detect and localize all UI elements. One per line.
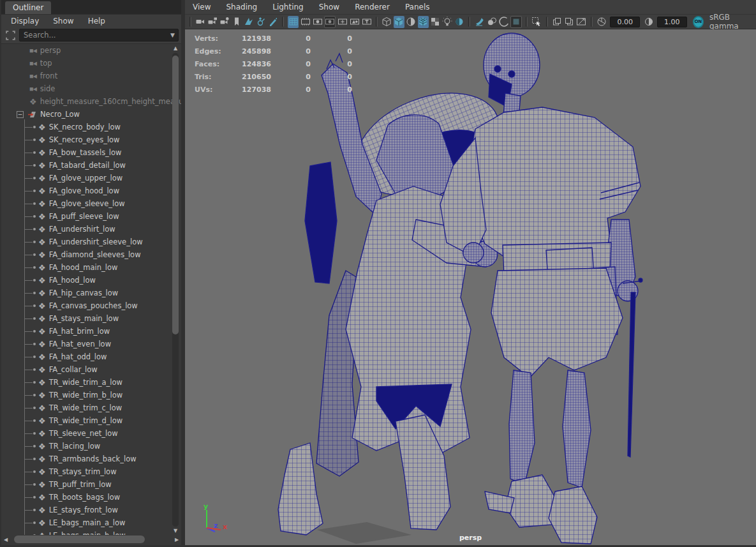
outliner-item-height_measure_160cm_height_measure[interactable]: ❖height_measure_160cm_height_measure	[1, 95, 181, 108]
outliner-item-FA_puff_sleeve_low[interactable]: ❖FA_puff_sleeve_low	[1, 210, 181, 223]
selection-highlight-icon[interactable]	[531, 16, 542, 28]
outliner-vertical-scrollbar[interactable]: ▲ ▼	[171, 44, 180, 535]
hscroll-track[interactable]	[13, 536, 170, 543]
scroll-left-icon[interactable]: ◀	[1, 537, 10, 543]
outliner-menu-help[interactable]: Help	[88, 17, 105, 26]
outliner-item-FA_stays_main_low[interactable]: ❖FA_stays_main_low	[1, 312, 181, 325]
textured-display-icon[interactable]	[418, 16, 429, 28]
outliner-item-Necro_Low[interactable]: −Necro_Low	[1, 108, 181, 121]
outliner-item-TR_wide_trim_d_low[interactable]: ❖TR_wide_trim_d_low	[1, 414, 181, 427]
viewport-menu-lighting[interactable]: Lighting	[272, 3, 304, 11]
viewport-menu-panels[interactable]: Panels	[405, 3, 430, 11]
viewport-canvas[interactable]: Verts:12193800Edges:24589800Faces:124836…	[185, 29, 756, 547]
viewport-menu-show[interactable]: Show	[319, 3, 339, 11]
outliner-item-TR_wide_trim_c_low[interactable]: ❖TR_wide_trim_c_low	[1, 401, 181, 414]
viewport-menu-view[interactable]: View	[193, 3, 211, 11]
pane-layout-a-icon[interactable]	[552, 16, 563, 28]
film-gate-icon[interactable]	[300, 16, 311, 28]
pane-layout-b-icon[interactable]	[564, 16, 575, 28]
contrast-icon[interactable]	[643, 16, 654, 28]
exposure-icon[interactable]	[597, 16, 607, 28]
outliner-item-FA_collar_low[interactable]: ❖FA_collar_low	[1, 363, 181, 376]
image-plane-icon[interactable]	[244, 16, 255, 28]
outliner-item-FA_hood_low[interactable]: ❖FA_hood_low	[1, 274, 181, 287]
hscroll-thumb[interactable]	[14, 536, 145, 543]
outliner-item-SK_necro_eyes_low[interactable]: ❖SK_necro_eyes_low	[1, 133, 181, 146]
search-input[interactable]	[20, 31, 170, 40]
outliner-item-TR_wide_trim_a_low[interactable]: ❖TR_wide_trim_a_low	[1, 376, 181, 389]
outliner-item-LE_stays_front_low[interactable]: ❖LE_stays_front_low	[1, 504, 181, 516]
outliner-menu-display[interactable]: Display	[11, 17, 39, 26]
outliner-item-SK_necro_body_low[interactable]: ❖SK_necro_body_low	[1, 121, 181, 133]
safe-action-icon[interactable]	[349, 16, 360, 28]
scroll-up-icon[interactable]: ▲	[171, 44, 180, 53]
outliner-item-TR_boots_bags_low[interactable]: ❖TR_boots_bags_low	[1, 491, 181, 504]
outliner-item-FA_tabard_detail_low[interactable]: ❖FA_tabard_detail_low	[1, 159, 181, 172]
motion-blur-icon[interactable]	[486, 16, 497, 28]
outliner-item-front[interactable]: ◼◀front	[1, 70, 181, 82]
outliner-item-TR_armbands_back_low[interactable]: ❖TR_armbands_back_low	[1, 453, 181, 465]
scene-3d[interactable]	[185, 29, 756, 547]
safe-title-icon[interactable]	[361, 16, 372, 28]
toolbar-separator	[189, 17, 191, 27]
isolate-select-icon[interactable]	[510, 16, 522, 28]
outliner-item-persp[interactable]: ◼◀persp	[1, 44, 181, 57]
gamma-on-toggle[interactable]: ON	[693, 16, 704, 28]
search-dropdown-icon[interactable]: ▼	[170, 32, 178, 38]
outliner-tab[interactable]: Outliner	[5, 1, 51, 14]
vscroll-thumb[interactable]	[172, 56, 179, 334]
gate-mask-icon[interactable]	[324, 16, 336, 28]
outliner-menu-show[interactable]: Show	[53, 17, 73, 26]
outliner-item-FA_hip_canvas_low[interactable]: ❖FA_hip_canvas_low	[1, 287, 181, 299]
collapse-icon[interactable]: −	[17, 111, 24, 118]
viewport-menu-renderer[interactable]: Renderer	[355, 3, 390, 11]
field-chart-icon[interactable]	[337, 16, 348, 28]
outliner-item-TR_stays_trim_low[interactable]: ❖TR_stays_trim_low	[1, 465, 181, 478]
outliner-horizontal-scrollbar[interactable]: ◀ ▶	[1, 535, 181, 544]
shadows-icon[interactable]	[454, 16, 464, 28]
resolution-gate-icon[interactable]	[312, 16, 323, 28]
scroll-down-icon[interactable]: ▼	[171, 527, 180, 535]
select-camera-icon[interactable]	[195, 16, 206, 28]
outliner-item-FA_bow_tassels_low[interactable]: ❖FA_bow_tassels_low	[1, 146, 181, 159]
filter-brackets-icon[interactable]	[5, 30, 16, 41]
outliner-item-FA_hat_odd_low[interactable]: ❖FA_hat_odd_low	[1, 350, 181, 363]
outliner-item-TR_lacing_low[interactable]: ❖TR_lacing_low	[1, 440, 181, 453]
outliner-item-side[interactable]: ◼◀side	[1, 82, 181, 95]
outliner-item-TR_puff_trim_low[interactable]: ❖TR_puff_trim_low	[1, 478, 181, 491]
necromancer-model[interactable]	[278, 54, 514, 535]
fog-icon[interactable]	[498, 16, 509, 28]
outliner-item-TR_sleeve_net_low[interactable]: ❖TR_sleeve_net_low	[1, 427, 181, 440]
smooth-shade-icon[interactable]	[394, 16, 404, 28]
outliner-item-TR_wide_trim_b_low[interactable]: ❖TR_wide_trim_b_low	[1, 389, 181, 401]
ambient-occlusion-icon[interactable]	[474, 16, 485, 28]
outliner-item-LE_bags_main_b_low[interactable]: ❖LE_bags_main_b_low	[1, 529, 181, 535]
scroll-right-icon[interactable]: ▶	[172, 537, 181, 543]
lights-icon[interactable]	[442, 16, 453, 28]
outliner-item-FA_undershirt_low[interactable]: ❖FA_undershirt_low	[1, 223, 181, 236]
outliner-item-FA_hood_main_low[interactable]: ❖FA_hood_main_low	[1, 261, 181, 274]
outliner-item-FA_hat_brim_low[interactable]: ❖FA_hat_brim_low	[1, 325, 181, 338]
outliner-item-FA_glove_hood_low[interactable]: ❖FA_glove_hood_low	[1, 184, 181, 197]
wireframe-on-shaded-icon[interactable]	[406, 16, 417, 28]
exposure-field[interactable]: 0.00	[610, 17, 640, 27]
outliner-item-FA_undershirt_sleeve_low[interactable]: ❖FA_undershirt_sleeve_low	[1, 236, 181, 248]
outliner-item-FA_glove_upper_low[interactable]: ❖FA_glove_upper_low	[1, 172, 181, 184]
outliner-item-FA_hat_even_low[interactable]: ❖FA_hat_even_low	[1, 338, 181, 350]
wireframe-display-icon[interactable]	[382, 16, 392, 28]
viewport-menu-shading[interactable]: Shading	[226, 3, 257, 11]
outliner-item-FA_canvas_pouches_low[interactable]: ❖FA_canvas_pouches_low	[1, 299, 181, 312]
outliner-item-FA_glove_sleeve_low[interactable]: ❖FA_glove_sleeve_low	[1, 197, 181, 210]
snapshot-icon[interactable]	[576, 16, 587, 28]
outliner-item-LE_bags_main_a_low[interactable]: ❖LE_bags_main_a_low	[1, 516, 181, 529]
grid-toggle-icon[interactable]	[288, 16, 299, 28]
grease-pencil-icon[interactable]	[268, 16, 279, 28]
pan-zoom-icon[interactable]	[256, 16, 267, 28]
outliner-item-FA_diamond_sleeves_low[interactable]: ❖FA_diamond_sleeves_low	[1, 248, 181, 261]
lock-camera-icon[interactable]	[207, 16, 218, 28]
default-material-icon[interactable]	[430, 16, 441, 28]
camera-attributes-icon[interactable]	[219, 16, 230, 28]
bookmark-icon[interactable]	[232, 16, 242, 28]
outliner-item-top[interactable]: ◼◀top	[1, 57, 181, 70]
gamma-field[interactable]: 1.00	[657, 17, 687, 27]
